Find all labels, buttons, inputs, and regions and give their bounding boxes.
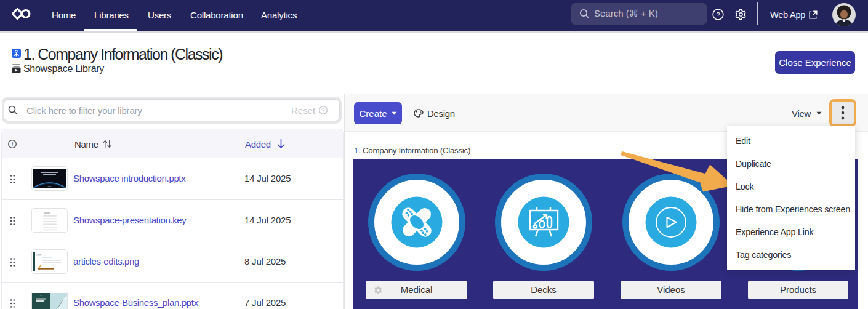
svg-text:?: ? <box>322 107 325 113</box>
svg-text:?: ? <box>716 11 720 18</box>
svg-text:i: i <box>12 141 14 147</box>
